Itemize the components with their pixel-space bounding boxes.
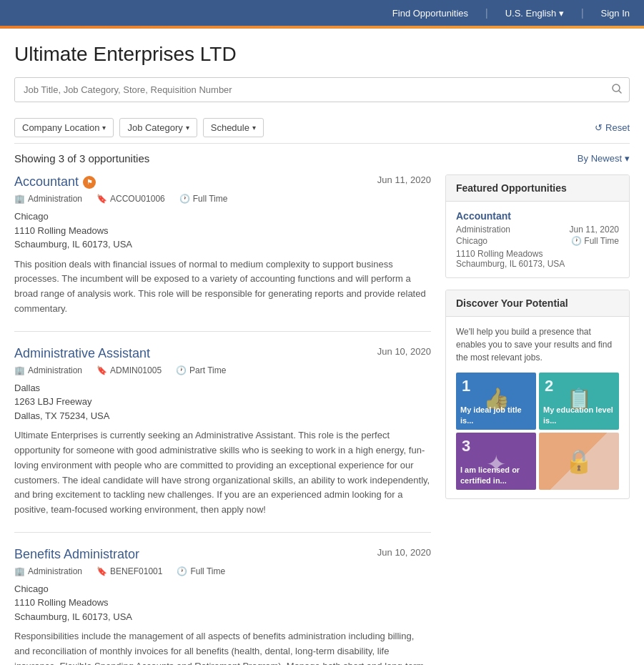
discover-text: We'll help you build a presence that ena… <box>456 325 619 364</box>
discover-tile-1[interactable]: 1 👍 My ideal job title is... <box>456 373 536 430</box>
reset-icon: ↺ <box>595 122 603 133</box>
discover-tile-4[interactable]: 🔒 <box>539 433 619 490</box>
featured-job-city: Chicago <box>456 236 487 246</box>
featured-job-address: 1110 Rolling Meadows Schaumburg, IL 6017… <box>456 249 619 269</box>
job-req-number: 🔖 ADMIN01005 <box>96 365 162 375</box>
job-date: Jun 11, 2020 <box>377 174 431 185</box>
job-title: Accountant <box>14 174 79 189</box>
company-location-caret: ▾ <box>102 124 106 132</box>
company-location-filter[interactable]: Company Location ▾ <box>14 118 114 137</box>
clock-small-icon: 🕐 <box>571 236 582 246</box>
clock-icon: 🕐 <box>176 365 187 375</box>
discover-title: Discover Your Potential <box>446 290 629 317</box>
job-header: Administrative Assistant Jun 10, 2020 <box>14 346 431 361</box>
job-department: 🏢 Administration <box>14 194 82 204</box>
discover-card: Discover Your Potential We'll help you b… <box>445 290 630 499</box>
tile-2-label: My education level is... <box>543 405 615 425</box>
featured-icon: ⚑ <box>83 176 96 189</box>
job-department: 🏢 Administration <box>14 566 82 576</box>
clock-icon: 🕐 <box>177 566 187 576</box>
job-req-number: 🔖 ACCOU01006 <box>96 194 165 204</box>
job-header: Benefits Administrator Jun 10, 2020 <box>14 547 431 562</box>
job-title-link[interactable]: Benefits Administrator <box>14 547 139 562</box>
schedule-filter[interactable]: Schedule ▾ <box>203 118 264 137</box>
sort-button[interactable]: By Newest ▾ <box>578 153 630 164</box>
job-schedule: 🕐 Part Time <box>176 365 226 375</box>
job-title-link[interactable]: Accountant ⚑ <box>14 174 96 189</box>
find-opportunities-link[interactable]: Find Opportunities <box>392 8 468 19</box>
discover-tile-3[interactable]: 3 ✦ I am licensed or certified in... <box>456 433 536 490</box>
job-description: This position deals with financial issue… <box>14 257 431 317</box>
reset-button[interactable]: ↺ Reset <box>595 122 630 133</box>
job-date: Jun 10, 2020 <box>377 346 431 357</box>
featured-job: Accountant Administration Jun 11, 2020 C… <box>446 202 629 277</box>
sort-caret: ▾ <box>625 153 630 164</box>
building-icon: 🏢 <box>14 365 25 375</box>
job-meta: 🏢 Administration 🔖 ACCOU01006 🕐 Full Tim… <box>14 194 431 204</box>
featured-job-date: Jun 11, 2020 <box>570 225 619 235</box>
job-category-filter[interactable]: Job Category ▾ <box>119 118 197 137</box>
job-card: Accountant ⚑ Jun 11, 2020 🏢 Administrati… <box>14 174 431 332</box>
discover-tile-2[interactable]: 2 📋 My education level is... <box>539 373 619 430</box>
header: Find Opportunities | U.S. English ▾ | Si… <box>0 0 644 26</box>
building-icon: 🏢 <box>14 194 25 204</box>
job-meta: 🏢 Administration 🔖 ADMIN01005 🕐 Part Tim… <box>14 365 431 375</box>
job-header: Accountant ⚑ Jun 11, 2020 <box>14 174 431 189</box>
job-card: Administrative Assistant Jun 10, 2020 🏢 … <box>14 346 431 533</box>
featured-job-schedule: 🕐 Full Time <box>571 236 619 246</box>
search-input[interactable] <box>15 79 605 101</box>
job-location: Chicago 1110 Rolling Meadows Schaumburg,… <box>14 210 431 252</box>
job-title-link[interactable]: Administrative Assistant <box>14 346 150 361</box>
schedule-caret: ▾ <box>252 124 256 132</box>
job-meta: 🏢 Administration 🔖 BENEF01001 🕐 Full Tim… <box>14 566 431 576</box>
tile-3-number: 3 <box>462 437 470 455</box>
job-description: Ultimate Enterprises is currently seekin… <box>14 428 431 518</box>
language-selector[interactable]: U.S. English ▾ <box>505 8 564 19</box>
bookmark-icon: 🔖 <box>96 194 107 204</box>
results-row: Showing 3 of 3 opportunities By Newest ▾ <box>14 152 630 164</box>
job-department: 🏢 Administration <box>14 365 82 375</box>
discover-grid: 1 👍 My ideal job title is... 2 📋 My educ… <box>456 373 619 490</box>
tile-2-number: 2 <box>545 377 553 395</box>
jobs-list: Accountant ⚑ Jun 11, 2020 🏢 Administrati… <box>14 174 431 665</box>
bookmark-icon: 🔖 <box>96 566 107 576</box>
search-button[interactable] <box>605 78 629 102</box>
results-count: Showing 3 of 3 opportunities <box>14 152 149 164</box>
job-card: Benefits Administrator Jun 10, 2020 🏢 Ad… <box>14 547 431 665</box>
main-container: Ultimate Enterprises LTD Company Locatio… <box>0 29 644 665</box>
job-schedule: 🕐 Full Time <box>179 194 228 204</box>
lock-icon: 🔒 <box>565 448 593 475</box>
sign-in-link[interactable]: Sign In <box>601 8 630 19</box>
clock-icon: 🕐 <box>179 194 190 204</box>
tile-1-number: 1 <box>462 377 470 395</box>
featured-job-meta-row: Administration Jun 11, 2020 <box>456 225 619 235</box>
sidebar: Featured Opportunities Accountant Admini… <box>445 174 630 665</box>
tile-1-label: My ideal job title is... <box>460 405 532 425</box>
job-description: Responsibilities include the management … <box>14 629 431 665</box>
bookmark-icon: 🔖 <box>96 365 107 375</box>
filters-row: Company Location ▾ Job Category ▾ Schedu… <box>14 112 630 144</box>
job-category-caret: ▾ <box>186 124 189 132</box>
job-location: Dallas 1263 LBJ Freeway Dallas, TX 75234… <box>14 381 431 423</box>
featured-job-department: Administration <box>456 225 510 235</box>
search-icon <box>612 84 622 94</box>
building-icon: 🏢 <box>14 566 25 576</box>
svg-line-1 <box>619 91 621 93</box>
job-schedule: 🕐 Full Time <box>177 566 225 576</box>
featured-job-city-row: Chicago 🕐 Full Time <box>456 236 619 246</box>
job-date: Jun 10, 2020 <box>377 547 431 558</box>
tile-3-label: I am licensed or certified in... <box>460 465 532 486</box>
job-req-number: 🔖 BENEF01001 <box>96 566 162 576</box>
content-layout: Accountant ⚑ Jun 11, 2020 🏢 Administrati… <box>14 174 630 665</box>
featured-opportunities-title: Featured Opportunities <box>446 175 629 202</box>
search-bar <box>14 77 630 102</box>
featured-job-title-link[interactable]: Accountant <box>456 210 619 222</box>
job-title: Benefits Administrator <box>14 547 139 562</box>
job-location: Chicago 1110 Rolling Meadows Schaumburg,… <box>14 582 431 624</box>
job-title: Administrative Assistant <box>14 346 150 361</box>
discover-body: We'll help you build a presence that ena… <box>446 317 629 498</box>
company-title: Ultimate Enterprises LTD <box>14 43 630 66</box>
featured-opportunities-card: Featured Opportunities Accountant Admini… <box>445 174 630 278</box>
